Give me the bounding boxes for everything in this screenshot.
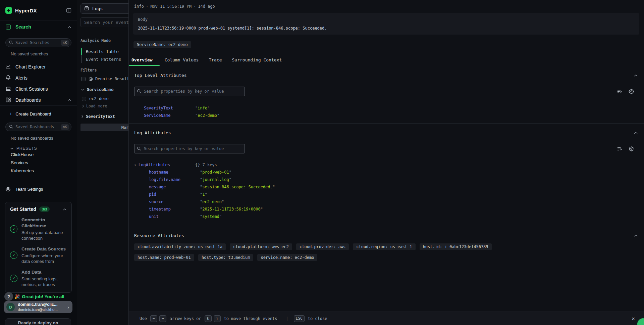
attribute-value[interactable]: 2025-11-11T23:56:19+0000 <box>202 207 260 212</box>
saved-dashboards-input[interactable]: Saved Dashboards ⌘K <box>5 123 71 131</box>
sidebar-item-dashboards[interactable]: Dashboards <box>0 94 77 105</box>
filter-lines-icon[interactable] <box>617 146 623 151</box>
gear-icon[interactable] <box>629 146 634 151</box>
severitytext-group-toggle[interactable]: SeverityText <box>81 114 115 119</box>
resource-chip[interactable]: host.name: prod-web-01 <box>134 254 194 261</box>
bell-icon <box>5 75 11 81</box>
tree-parent-key[interactable]: LogAttributes <box>139 162 195 167</box>
attribute-value[interactable]: session-846.scope: Succeeded. <box>202 185 273 189</box>
attribute-value[interactable]: info <box>198 106 207 110</box>
attribute-key[interactable]: pid <box>149 192 200 197</box>
attribute-key[interactable]: source <box>149 199 200 204</box>
attribute-value[interactable]: prod-web-01 <box>202 170 229 175</box>
attribute-key[interactable]: hostname <box>149 170 200 175</box>
deploy-note[interactable]: Ready to deploy on <box>5 318 71 325</box>
help-button[interactable]: ? <box>4 292 13 301</box>
ec2-demo-checkbox[interactable] <box>82 97 86 101</box>
attribute-value[interactable]: systemd <box>202 214 219 219</box>
attribute-key[interactable]: timestamp <box>149 207 200 212</box>
quote: " <box>261 207 263 212</box>
chevron-up-icon[interactable] <box>634 130 638 135</box>
chevron-up-icon[interactable] <box>634 233 638 238</box>
filter-lines-icon[interactable] <box>617 89 623 94</box>
preset-services[interactable]: Services <box>0 159 77 167</box>
resource-chip[interactable]: cloud.platform: aws_ec2 <box>230 243 292 250</box>
filter-value-ec2-demo[interactable]: ec2-demo <box>82 96 109 101</box>
user-name: dominic.tran@clic... <box>18 302 67 307</box>
chevron-down-icon <box>10 147 14 150</box>
sidebar-item-search[interactable]: Search <box>0 20 77 33</box>
sidebar-item-team-settings[interactable]: Team Settings <box>0 184 77 194</box>
esc-key[interactable]: ESC <box>294 315 305 322</box>
properties-search-input[interactable] <box>134 87 245 96</box>
get-started-item-desc: Start sending logs, metrics, or traces <box>21 276 67 287</box>
attribute-value[interactable]: ec2-demo <box>202 199 222 204</box>
footer-divider: | <box>286 316 288 321</box>
footer-hint-mid: arrow keys or <box>170 316 201 321</box>
tab-column-values[interactable]: Column Values <box>160 55 204 66</box>
search-icon <box>9 125 13 130</box>
severity-text: info <box>134 4 144 9</box>
get-started-item[interactable]: ✓ Create Data Sources Configure where yo… <box>10 246 67 264</box>
resource-chip[interactable]: cloud.region: us-east-1 <box>353 243 415 250</box>
user-menu[interactable]: D dominic.tran@clic... dominic.tran@clic… <box>4 301 72 313</box>
check-circle-icon: ✓ <box>10 225 17 233</box>
attribute-key[interactable]: message <box>149 185 200 189</box>
attribute-key[interactable]: unit <box>149 214 200 219</box>
caret-down-icon[interactable]: ▾ <box>134 163 139 167</box>
body-label: Body <box>138 17 635 22</box>
mode-event-patterns[interactable]: Event Patterns <box>82 55 121 63</box>
attribute-key[interactable]: SeverityText <box>144 106 195 110</box>
sidebar: HyperDX Search Saved Searches ⌘K No save… <box>0 0 77 325</box>
sidebar-item-client-sessions[interactable]: Client Sessions <box>0 83 77 94</box>
arrow-left-key[interactable]: ← <box>150 315 157 322</box>
resource-chip[interactable]: cloud.provider: aws <box>296 243 349 250</box>
create-dashboard-button[interactable]: + Create Dashboard <box>0 109 77 119</box>
gear-icon[interactable] <box>629 89 634 94</box>
resource-chip[interactable]: host.type: t3.medium <box>198 254 254 261</box>
attribute-row: ServiceName "ec2-demo" <box>134 112 639 119</box>
quote: " <box>219 214 222 219</box>
create-dashboard-label: Create Dashboard <box>15 111 51 117</box>
chevron-up-icon[interactable] <box>634 73 638 78</box>
denoise-checkbox[interactable] <box>81 77 86 81</box>
preset-kubernetes[interactable]: Kubernetes <box>0 167 77 175</box>
attribute-key[interactable]: ServiceName <box>144 113 195 118</box>
close-icon[interactable]: ✕ <box>632 315 635 322</box>
get-started-item[interactable]: ✓ Connect to ClickHouse Set up your data… <box>10 217 67 241</box>
attribute-row: hostname "prod-web-01" <box>134 169 639 176</box>
sidebar-item-alerts[interactable]: Alerts <box>0 72 77 83</box>
properties-search-input[interactable] <box>134 144 245 153</box>
load-more-button[interactable]: Load more <box>82 104 107 108</box>
section-title: Log Attributes <box>134 130 171 135</box>
preset-clickhouse[interactable]: ClickHouse <box>0 151 77 159</box>
get-started-item[interactable]: ✓ Add Data Start sending logs, metrics, … <box>10 269 67 287</box>
denoise-icon <box>89 77 93 81</box>
arrow-right-key[interactable]: → <box>159 315 166 322</box>
tab-surrounding-context[interactable]: Surrounding Context <box>227 55 287 66</box>
presets-toggle[interactable]: PRESETS <box>10 146 71 151</box>
presets-label: PRESETS <box>16 146 37 151</box>
servicename-tag[interactable]: ServiceName: ec2-demo <box>133 41 191 48</box>
sidebar-item-label: Alerts <box>15 75 71 81</box>
footer-hint-prefix: Use <box>140 316 147 321</box>
chevron-up-icon[interactable] <box>63 207 67 212</box>
attribute-key[interactable]: log.file.name <box>149 177 200 182</box>
sidebar-item-chart-explorer[interactable]: Chart Explorer <box>0 61 77 72</box>
resource-chip[interactable]: cloud.availability_zone: us-east-1a <box>134 243 226 250</box>
tab-trace[interactable]: Trace <box>204 55 227 66</box>
attribute-value[interactable]: ec2-demo <box>198 113 217 118</box>
resource-chip[interactable]: service.name: ec2-demo <box>257 254 317 261</box>
attribute-value[interactable]: journal.log <box>202 177 229 182</box>
divider <box>0 105 77 106</box>
chevron-down-icon <box>81 89 85 91</box>
k-key[interactable]: k <box>205 315 212 322</box>
sidebar-collapse-icon[interactable] <box>66 8 71 13</box>
tab-overview[interactable]: Overview <box>129 55 160 66</box>
mode-results-table[interactable]: Results Table <box>82 48 121 55</box>
resource-chip[interactable]: host.id: i-0abc123def456789 <box>420 243 492 250</box>
denoise-filter[interactable]: Denoise Results <box>81 77 131 81</box>
saved-searches-input[interactable]: Saved Searches ⌘K <box>5 38 71 47</box>
j-key[interactable]: j <box>214 315 221 322</box>
servicename-group-toggle[interactable]: ServiceName <box>81 87 113 92</box>
